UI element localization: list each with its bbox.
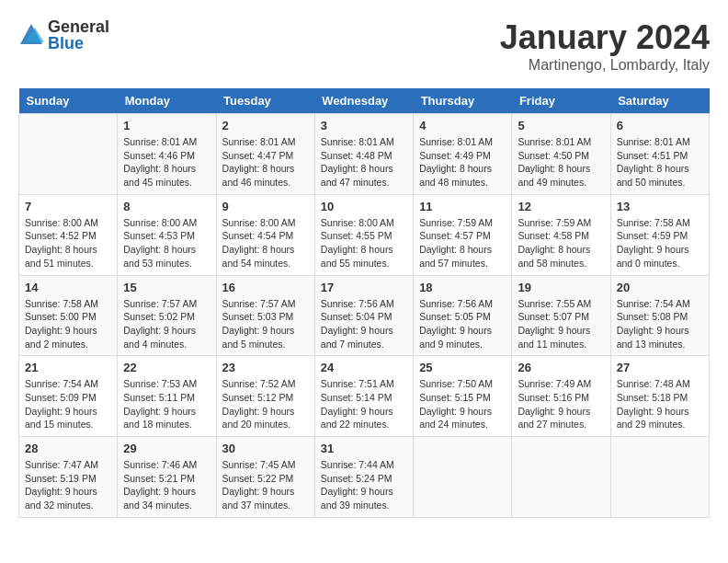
calendar-cell: 22Sunrise: 7:53 AM Sunset: 5:11 PM Dayli… bbox=[118, 356, 216, 437]
day-number: 9 bbox=[222, 200, 309, 213]
day-info: Sunrise: 7:54 AM Sunset: 5:08 PM Dayligh… bbox=[617, 297, 703, 351]
day-number: 11 bbox=[419, 200, 506, 213]
calendar-header-friday: Friday bbox=[512, 88, 610, 114]
day-number: 6 bbox=[617, 119, 703, 132]
day-number: 28 bbox=[25, 442, 111, 455]
logo: General Blue bbox=[18, 18, 109, 52]
calendar-cell: 27Sunrise: 7:48 AM Sunset: 5:18 PM Dayli… bbox=[610, 356, 709, 437]
day-info: Sunrise: 8:00 AM Sunset: 4:55 PM Dayligh… bbox=[321, 216, 407, 270]
calendar-cell: 29Sunrise: 7:46 AM Sunset: 5:21 PM Dayli… bbox=[118, 437, 216, 518]
day-number: 12 bbox=[518, 200, 604, 213]
calendar-cell: 19Sunrise: 7:55 AM Sunset: 5:07 PM Dayli… bbox=[512, 275, 610, 356]
calendar-cell: 18Sunrise: 7:56 AM Sunset: 5:05 PM Dayli… bbox=[414, 275, 512, 356]
day-number: 22 bbox=[123, 361, 210, 374]
calendar-cell: 14Sunrise: 7:58 AM Sunset: 5:00 PM Dayli… bbox=[19, 275, 118, 356]
calendar-cell: 2Sunrise: 8:01 AM Sunset: 4:47 PM Daylig… bbox=[216, 114, 314, 195]
day-number: 2 bbox=[222, 119, 309, 132]
calendar-header-thursday: Thursday bbox=[414, 88, 512, 114]
day-info: Sunrise: 7:45 AM Sunset: 5:22 PM Dayligh… bbox=[222, 458, 309, 512]
page-header: General Blue January 2024 Martinengo, Lo… bbox=[18, 18, 710, 74]
logo-text: General Blue bbox=[48, 18, 109, 52]
day-info: Sunrise: 7:50 AM Sunset: 5:15 PM Dayligh… bbox=[419, 377, 506, 431]
day-info: Sunrise: 7:53 AM Sunset: 5:11 PM Dayligh… bbox=[123, 377, 210, 431]
calendar-header-sunday: Sunday bbox=[19, 88, 118, 114]
day-info: Sunrise: 7:47 AM Sunset: 5:19 PM Dayligh… bbox=[25, 458, 111, 512]
calendar-cell: 10Sunrise: 8:00 AM Sunset: 4:55 PM Dayli… bbox=[314, 194, 413, 275]
calendar-cell bbox=[610, 437, 709, 518]
day-info: Sunrise: 7:52 AM Sunset: 5:12 PM Dayligh… bbox=[222, 377, 309, 431]
day-number: 7 bbox=[25, 200, 111, 213]
day-info: Sunrise: 7:59 AM Sunset: 4:57 PM Dayligh… bbox=[419, 216, 506, 270]
day-number: 18 bbox=[419, 281, 506, 294]
logo-blue: Blue bbox=[48, 35, 109, 52]
calendar-cell: 9Sunrise: 8:00 AM Sunset: 4:54 PM Daylig… bbox=[216, 194, 314, 275]
day-info: Sunrise: 8:01 AM Sunset: 4:47 PM Dayligh… bbox=[222, 135, 309, 190]
calendar-cell: 8Sunrise: 8:00 AM Sunset: 4:53 PM Daylig… bbox=[118, 194, 216, 275]
calendar-header-monday: Monday bbox=[118, 88, 216, 114]
calendar-cell bbox=[19, 114, 118, 195]
day-number: 26 bbox=[518, 361, 604, 374]
calendar-cell bbox=[414, 437, 512, 518]
calendar-header-tuesday: Tuesday bbox=[216, 88, 314, 114]
calendar-cell: 21Sunrise: 7:54 AM Sunset: 5:09 PM Dayli… bbox=[19, 356, 118, 437]
calendar-cell: 7Sunrise: 8:00 AM Sunset: 4:52 PM Daylig… bbox=[19, 194, 118, 275]
day-info: Sunrise: 7:55 AM Sunset: 5:07 PM Dayligh… bbox=[518, 297, 604, 351]
calendar-cell: 17Sunrise: 7:56 AM Sunset: 5:04 PM Dayli… bbox=[314, 275, 413, 356]
day-info: Sunrise: 7:56 AM Sunset: 5:04 PM Dayligh… bbox=[321, 297, 407, 351]
day-number: 29 bbox=[123, 442, 210, 455]
day-info: Sunrise: 7:56 AM Sunset: 5:05 PM Dayligh… bbox=[419, 297, 506, 351]
day-info: Sunrise: 7:58 AM Sunset: 5:00 PM Dayligh… bbox=[25, 297, 111, 351]
day-number: 8 bbox=[123, 200, 210, 213]
day-info: Sunrise: 7:48 AM Sunset: 5:18 PM Dayligh… bbox=[617, 377, 703, 431]
month-title: January 2024 bbox=[500, 18, 710, 57]
calendar-cell: 30Sunrise: 7:45 AM Sunset: 5:22 PM Dayli… bbox=[216, 437, 314, 518]
calendar-cell: 16Sunrise: 7:57 AM Sunset: 5:03 PM Dayli… bbox=[216, 275, 314, 356]
calendar-cell: 3Sunrise: 8:01 AM Sunset: 4:48 PM Daylig… bbox=[314, 114, 413, 195]
calendar-week-1: 1Sunrise: 8:01 AM Sunset: 4:46 PM Daylig… bbox=[19, 114, 710, 195]
day-number: 19 bbox=[518, 281, 604, 294]
calendar-header-wednesday: Wednesday bbox=[314, 88, 413, 114]
day-info: Sunrise: 8:00 AM Sunset: 4:53 PM Dayligh… bbox=[123, 216, 210, 270]
day-number: 15 bbox=[123, 281, 210, 294]
calendar-week-4: 21Sunrise: 7:54 AM Sunset: 5:09 PM Dayli… bbox=[19, 356, 710, 437]
day-info: Sunrise: 8:01 AM Sunset: 4:50 PM Dayligh… bbox=[518, 135, 604, 190]
day-number: 10 bbox=[321, 200, 407, 213]
calendar-cell bbox=[512, 437, 610, 518]
calendar-week-3: 14Sunrise: 7:58 AM Sunset: 5:00 PM Dayli… bbox=[19, 275, 710, 356]
calendar-cell: 5Sunrise: 8:01 AM Sunset: 4:50 PM Daylig… bbox=[512, 114, 610, 195]
logo-general: General bbox=[48, 18, 109, 35]
calendar-cell: 13Sunrise: 7:58 AM Sunset: 4:59 PM Dayli… bbox=[610, 194, 709, 275]
title-area: January 2024 Martinengo, Lombardy, Italy bbox=[500, 18, 710, 74]
calendar-cell: 23Sunrise: 7:52 AM Sunset: 5:12 PM Dayli… bbox=[216, 356, 314, 437]
calendar-cell: 4Sunrise: 8:01 AM Sunset: 4:49 PM Daylig… bbox=[414, 114, 512, 195]
day-number: 31 bbox=[321, 442, 407, 455]
day-info: Sunrise: 8:00 AM Sunset: 4:52 PM Dayligh… bbox=[25, 216, 111, 270]
calendar-cell: 31Sunrise: 7:44 AM Sunset: 5:24 PM Dayli… bbox=[314, 437, 413, 518]
calendar-cell: 15Sunrise: 7:57 AM Sunset: 5:02 PM Dayli… bbox=[118, 275, 216, 356]
day-info: Sunrise: 7:54 AM Sunset: 5:09 PM Dayligh… bbox=[25, 377, 111, 431]
day-info: Sunrise: 8:01 AM Sunset: 4:51 PM Dayligh… bbox=[617, 135, 703, 190]
day-info: Sunrise: 7:51 AM Sunset: 5:14 PM Dayligh… bbox=[321, 377, 407, 431]
day-number: 24 bbox=[321, 361, 407, 374]
day-number: 25 bbox=[419, 361, 506, 374]
day-info: Sunrise: 7:59 AM Sunset: 4:58 PM Dayligh… bbox=[518, 216, 604, 270]
calendar-week-5: 28Sunrise: 7:47 AM Sunset: 5:19 PM Dayli… bbox=[19, 437, 710, 518]
day-info: Sunrise: 7:57 AM Sunset: 5:02 PM Dayligh… bbox=[123, 297, 210, 351]
day-info: Sunrise: 7:57 AM Sunset: 5:03 PM Dayligh… bbox=[222, 297, 309, 351]
day-number: 1 bbox=[123, 119, 210, 132]
day-number: 3 bbox=[321, 119, 407, 132]
day-info: Sunrise: 8:01 AM Sunset: 4:49 PM Dayligh… bbox=[419, 135, 506, 190]
location: Martinengo, Lombardy, Italy bbox=[500, 57, 710, 74]
day-number: 4 bbox=[419, 119, 506, 132]
day-number: 20 bbox=[617, 281, 703, 294]
calendar-cell: 25Sunrise: 7:50 AM Sunset: 5:15 PM Dayli… bbox=[414, 356, 512, 437]
logo-icon bbox=[18, 22, 44, 48]
day-info: Sunrise: 7:46 AM Sunset: 5:21 PM Dayligh… bbox=[123, 458, 210, 512]
day-number: 5 bbox=[518, 119, 604, 132]
day-info: Sunrise: 8:01 AM Sunset: 4:46 PM Dayligh… bbox=[123, 135, 210, 190]
calendar-table: SundayMondayTuesdayWednesdayThursdayFrid… bbox=[18, 88, 710, 518]
day-info: Sunrise: 7:58 AM Sunset: 4:59 PM Dayligh… bbox=[617, 216, 703, 270]
calendar-cell: 20Sunrise: 7:54 AM Sunset: 5:08 PM Dayli… bbox=[610, 275, 709, 356]
calendar-week-2: 7Sunrise: 8:00 AM Sunset: 4:52 PM Daylig… bbox=[19, 194, 710, 275]
day-number: 23 bbox=[222, 361, 309, 374]
